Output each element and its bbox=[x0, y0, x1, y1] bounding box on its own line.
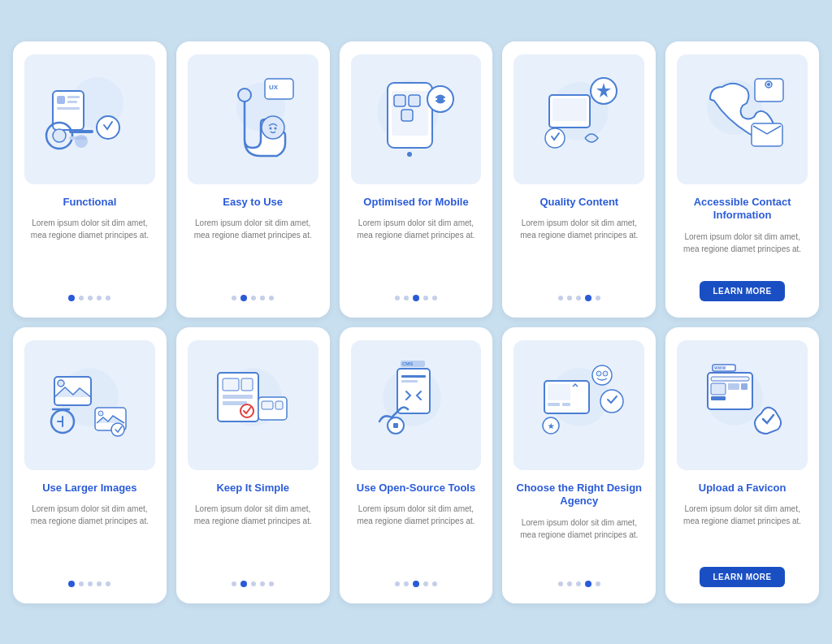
card-icon-design-agency: ★ bbox=[514, 340, 644, 470]
svg-rect-49 bbox=[223, 395, 253, 399]
dot bbox=[232, 296, 236, 300]
svg-rect-4 bbox=[67, 101, 77, 103]
svg-point-68 bbox=[592, 365, 612, 385]
dot bbox=[423, 581, 428, 586]
svg-rect-48 bbox=[241, 378, 253, 391]
card-icon-favicon: WWW bbox=[677, 340, 808, 470]
card-text-open-source: Lorem ipsum dolor sit dim amet, mea regi… bbox=[351, 503, 482, 570]
dot bbox=[88, 581, 93, 586]
svg-rect-24 bbox=[409, 95, 420, 106]
dot bbox=[232, 581, 236, 586]
card-icon-larger-images bbox=[24, 340, 155, 470]
card-keep-simple: Keep It SimpleLorem ipsum dolor sit dim … bbox=[176, 327, 330, 603]
svg-rect-30 bbox=[552, 98, 587, 121]
dots-keep-simple bbox=[232, 581, 274, 587]
dot bbox=[260, 296, 265, 300]
svg-rect-37 bbox=[752, 123, 782, 146]
dot bbox=[97, 296, 102, 300]
card-text-keep-simple: Lorem ipsum dolor sit dim amet, mea regi… bbox=[188, 503, 318, 570]
svg-rect-57 bbox=[401, 375, 426, 378]
svg-point-16 bbox=[262, 116, 284, 139]
learn-more-button-accessible-contact[interactable]: LEARN MORE bbox=[700, 281, 784, 301]
card-title-design-agency: Choose the Right Design Agency bbox=[514, 482, 644, 509]
dot bbox=[585, 581, 592, 587]
dot bbox=[413, 295, 419, 301]
svg-rect-78 bbox=[711, 396, 726, 400]
dot bbox=[260, 581, 265, 586]
card-title-easy-to-use: Easy to Use bbox=[223, 196, 283, 210]
dot bbox=[79, 296, 84, 300]
svg-rect-53 bbox=[262, 401, 273, 409]
dot bbox=[97, 581, 102, 586]
svg-rect-65 bbox=[548, 384, 570, 400]
svg-point-70 bbox=[603, 371, 608, 376]
dot bbox=[106, 581, 110, 586]
card-easy-to-use: UX Easy to UseLorem ipsum dolor sit dim … bbox=[176, 41, 330, 318]
dot bbox=[240, 581, 247, 587]
dots-functional bbox=[68, 295, 110, 301]
dots-easy-to-use bbox=[232, 295, 274, 301]
card-text-easy-to-use: Lorem ipsum dolor sit dim amet, mea regi… bbox=[188, 217, 318, 284]
dot bbox=[68, 295, 75, 301]
dot bbox=[596, 581, 600, 586]
dot bbox=[576, 296, 581, 300]
dot bbox=[395, 581, 400, 586]
svg-point-36 bbox=[767, 83, 770, 86]
card-title-favicon: Upload a Favicon bbox=[699, 482, 786, 495]
svg-point-44 bbox=[111, 423, 124, 436]
svg-text:UX: UX bbox=[269, 84, 279, 91]
svg-point-27 bbox=[437, 96, 444, 102]
card-icon-open-source: CMS bbox=[351, 340, 482, 470]
dot bbox=[576, 581, 581, 586]
cards-grid: FunctionalLorem ipsum dolor sit dim amet… bbox=[13, 41, 819, 603]
card-text-optimised-mobile: Lorem ipsum dolor sit dim amet, mea regi… bbox=[351, 217, 482, 284]
svg-point-11 bbox=[75, 135, 88, 148]
card-accessible-contact: Accessible Contact InformationLorem ipsu… bbox=[665, 41, 819, 318]
dot bbox=[88, 296, 93, 300]
learn-more-button-favicon[interactable]: LEARN MORE bbox=[700, 567, 784, 587]
card-open-source: CMS Use Open-Source ToolsLorem ipsum dol… bbox=[340, 327, 493, 603]
card-icon-keep-simple bbox=[188, 340, 318, 470]
card-larger-images: Use Larger ImagesLorem ipsum dolor sit d… bbox=[13, 327, 167, 603]
card-title-keep-simple: Keep It Simple bbox=[216, 482, 289, 495]
card-title-functional: Functional bbox=[63, 196, 117, 210]
dot bbox=[240, 295, 247, 301]
svg-rect-77 bbox=[711, 383, 726, 395]
card-text-functional: Lorem ipsum dolor sit dim amet, mea regi… bbox=[24, 217, 155, 284]
card-title-accessible-contact: Accessible Contact Information bbox=[677, 196, 808, 223]
svg-point-7 bbox=[53, 129, 66, 142]
dot bbox=[567, 296, 572, 300]
card-text-larger-images: Lorem ipsum dolor sit dim amet, mea regi… bbox=[24, 503, 155, 570]
card-icon-quality-content bbox=[514, 54, 644, 184]
svg-rect-58 bbox=[401, 380, 418, 383]
svg-point-17 bbox=[270, 127, 272, 129]
card-icon-easy-to-use: UX bbox=[188, 54, 318, 184]
card-text-design-agency: Lorem ipsum dolor sit dim amet, mea regi… bbox=[514, 516, 644, 570]
svg-point-22 bbox=[407, 152, 412, 157]
svg-rect-2 bbox=[57, 96, 65, 104]
svg-rect-80 bbox=[741, 383, 748, 390]
svg-text:★: ★ bbox=[548, 422, 555, 430]
svg-rect-25 bbox=[401, 110, 413, 121]
card-title-optimised-mobile: Optimised for Mobile bbox=[363, 196, 468, 210]
card-text-quality-content: Lorem ipsum dolor sit dim amet, mea regi… bbox=[514, 217, 644, 284]
svg-point-18 bbox=[275, 127, 277, 129]
dot bbox=[79, 581, 84, 586]
svg-text:CMS: CMS bbox=[402, 361, 413, 366]
svg-rect-54 bbox=[275, 401, 283, 409]
dots-optimised-mobile bbox=[395, 295, 437, 301]
svg-rect-5 bbox=[57, 107, 80, 110]
dots-larger-images bbox=[68, 581, 110, 587]
svg-point-69 bbox=[596, 371, 601, 376]
card-favicon: WWW Upload a FaviconLorem ipsum dolor si… bbox=[665, 327, 819, 603]
svg-rect-8 bbox=[69, 130, 93, 133]
svg-point-43 bbox=[98, 411, 103, 416]
card-text-favicon: Lorem ipsum dolor sit dim amet, mea regi… bbox=[677, 503, 808, 556]
dot bbox=[269, 581, 274, 586]
dot bbox=[596, 296, 600, 300]
svg-point-40 bbox=[58, 380, 64, 387]
card-title-quality-content: Quality Content bbox=[540, 196, 618, 210]
dot bbox=[432, 581, 437, 586]
dot bbox=[413, 581, 419, 587]
dot bbox=[395, 296, 400, 300]
